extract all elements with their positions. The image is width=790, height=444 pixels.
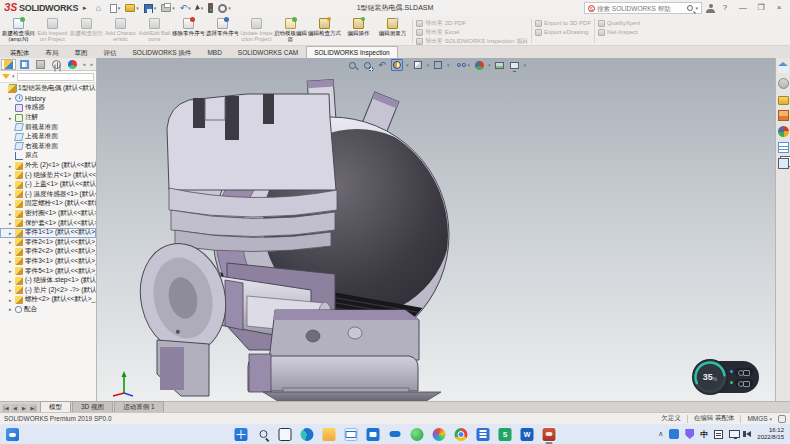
tree-item[interactable]: ▸ 保护套<1> (默认<<默认>_显示状 <box>0 218 96 228</box>
caret-icon[interactable]: ▾ <box>406 63 409 68</box>
custom-properties-icon[interactable] <box>778 142 789 153</box>
search-input[interactable] <box>597 5 685 12</box>
search-icon[interactable] <box>687 5 693 11</box>
display-style-button[interactable] <box>432 59 444 71</box>
ime-language-indicator[interactable]: 中 <box>700 429 708 440</box>
tree-item[interactable]: 右视基准面 <box>0 142 96 152</box>
indicator-row-top[interactable] <box>730 368 753 376</box>
open-button[interactable]: ▾ <box>125 4 139 12</box>
tab-scroll-button[interactable]: ▶ <box>20 404 28 412</box>
export-menu-item[interactable]: 导出至 Excel <box>416 28 528 36</box>
export-menu-item[interactable]: Net-Inspect <box>598 28 640 36</box>
unit-system[interactable]: MMGS ▾ <box>747 415 772 422</box>
edit-appearance-button[interactable] <box>473 59 485 71</box>
view-palette-icon[interactable] <box>778 110 789 121</box>
tree-filter-input[interactable] <box>17 73 94 81</box>
tab-configurationmanager[interactable] <box>33 59 48 70</box>
ime-mode-icon[interactable] <box>714 430 723 439</box>
zoom-percent-dial[interactable]: 35% <box>693 360 727 394</box>
help-search-box[interactable]: S ▾ <box>584 2 702 14</box>
tree-item[interactable]: ▸ (-) 垫片 (2)<2> -?> (默认<<默认 <box>0 285 96 295</box>
tab-displaymanager[interactable] <box>65 59 80 70</box>
command-tab[interactable]: SOLIDWORKS CAM <box>230 46 306 58</box>
select-button[interactable]: ▾ <box>196 5 204 11</box>
home-tab-icon[interactable] <box>778 62 789 73</box>
options-button[interactable]: ▾ <box>218 4 231 13</box>
ribbon-button[interactable]: 编辑测量方 <box>376 17 409 45</box>
export-menu-item[interactable]: 导出至 2D PDF <box>416 19 528 27</box>
document-tab[interactable]: 模型 <box>40 401 71 412</box>
cast-display-icon[interactable] <box>729 430 740 438</box>
tree-item[interactable]: ▸ (-) 温度传感器<1> (默认<<默认>_ <box>0 190 96 200</box>
tree-item[interactable]: ▸ 注解 <box>0 113 96 123</box>
ribbon-button[interactable]: 选择零件序号 <box>206 17 239 45</box>
command-tab[interactable]: 装配体 <box>2 46 38 58</box>
ribbon-button[interactable]: Add Characteristic <box>104 17 137 45</box>
hide-show-items-button[interactable] <box>453 59 465 71</box>
tree-item[interactable]: ▸ 配合 <box>0 305 96 315</box>
tree-item[interactable]: ▸ History <box>0 94 96 104</box>
export-menu-item[interactable]: Export eDrawing <box>535 28 591 36</box>
tree-item[interactable]: ▸ 零件3<1> (默认<<默认>_显示状 <box>0 257 96 267</box>
copy-settings-icon[interactable] <box>778 158 789 169</box>
tree-item[interactable]: 上视基准面 <box>0 132 96 142</box>
ribbon-button[interactable]: 移除零件序号 <box>172 17 205 45</box>
tree-item[interactable]: 前视基准面 <box>0 122 96 132</box>
close-button[interactable]: × <box>772 1 786 15</box>
command-tab[interactable]: SOLIDWORKS 插件 <box>125 46 200 58</box>
ribbon-button[interactable]: Edit Inspection Project <box>36 17 69 45</box>
tree-item[interactable]: ▸ 零件1<1> (默认<<默认>_显示状态 <box>0 228 96 238</box>
tray-shield-icon[interactable] <box>685 429 694 439</box>
clock[interactable]: 16:12 2022/8/15 <box>757 427 784 441</box>
tray-app-blue-icon[interactable] <box>669 429 679 439</box>
ribbon-button[interactable]: 新建检查报告 <box>70 17 103 45</box>
user-account-icon[interactable] <box>706 4 714 12</box>
undo-button[interactable]: ↶▾ <box>180 4 191 13</box>
print-button[interactable]: ▾ <box>161 4 175 12</box>
document-tab[interactable]: 3D 视图 <box>72 401 113 412</box>
panel-tab-scroll-arrows[interactable]: « » <box>83 61 95 67</box>
zoom-to-fit-button[interactable] <box>346 59 358 71</box>
tab-scroll-button[interactable]: ▶| <box>29 404 37 412</box>
model-thermocouple-section[interactable] <box>97 58 775 401</box>
tree-item[interactable]: ▸ 零件2<2> (默认<<默认>_显示状 <box>0 247 96 257</box>
speaker-icon[interactable] <box>746 431 751 437</box>
tree-item[interactable]: 原点 <box>0 151 96 161</box>
view-settings-button[interactable] <box>509 59 521 71</box>
home-button[interactable]: ⌂ <box>96 4 105 13</box>
tree-item[interactable]: ▸ 零件2<1> (默认<<默认>_显示状 <box>0 238 96 248</box>
taskbar-app-button[interactable] <box>388 427 403 442</box>
widgets-button[interactable] <box>6 428 19 441</box>
taskbar-app-button[interactable] <box>410 427 425 442</box>
tree-item[interactable]: 1型铠装热电偶 (默认<默认>_显示状态-1 <box>0 84 96 94</box>
taskbar-app-button[interactable]: W <box>520 427 535 442</box>
taskbar-app-button[interactable] <box>278 427 293 442</box>
file-explorer-pane-icon[interactable] <box>778 96 789 105</box>
previous-view-button[interactable]: ↶ <box>376 59 388 71</box>
tree-item[interactable]: ▸ 密封圈<1> (默认<<默认>_显示状 <box>0 209 96 219</box>
command-tab[interactable]: 布局 <box>38 46 67 58</box>
document-tab[interactable]: 运动算例 1 <box>114 401 163 412</box>
taskbar-app-button[interactable] <box>542 427 557 442</box>
taskbar-app-button[interactable] <box>234 427 249 442</box>
zoom-to-area-button[interactable] <box>361 59 373 71</box>
rebuild-button[interactable] <box>208 3 213 13</box>
taskbar-app-button[interactable] <box>300 427 315 442</box>
tree-item[interactable]: ▸ 螺栓<2> (默认<<默认>_显示状态 <box>0 295 96 305</box>
taskbar-app-button[interactable]: S <box>498 427 513 442</box>
tray-chevron-icon[interactable]: ∧ <box>658 430 663 438</box>
apply-scene-button[interactable] <box>494 59 506 71</box>
tree-item[interactable]: ▸ 零件5<1> (默认<<默认>_显示状 <box>0 266 96 276</box>
new-document-button[interactable]: ▾ <box>110 4 121 13</box>
zoom-overlay-widget[interactable]: 35% <box>695 361 759 393</box>
command-tab[interactable]: 草图 <box>67 46 96 58</box>
command-tab[interactable]: MBD <box>199 46 229 58</box>
tree-item[interactable]: ▸ (-) 绝缘体.step<1> (默认<<默认> <box>0 276 96 286</box>
tab-scroll-button[interactable]: ◀ <box>11 404 19 412</box>
tab-propertymanager[interactable] <box>17 59 32 70</box>
tree-item[interactable]: 传感器 <box>0 103 96 113</box>
help-button[interactable]: ? <box>718 1 732 15</box>
tree-item[interactable]: ▸ (-) 绝缘垫片<1> (默认<<默认>_显 <box>0 170 96 180</box>
tree-item[interactable]: ▸ 固定螺栓<1> (默认<<默认>_显示 <box>0 199 96 209</box>
taskbar-app-button[interactable] <box>256 427 271 442</box>
